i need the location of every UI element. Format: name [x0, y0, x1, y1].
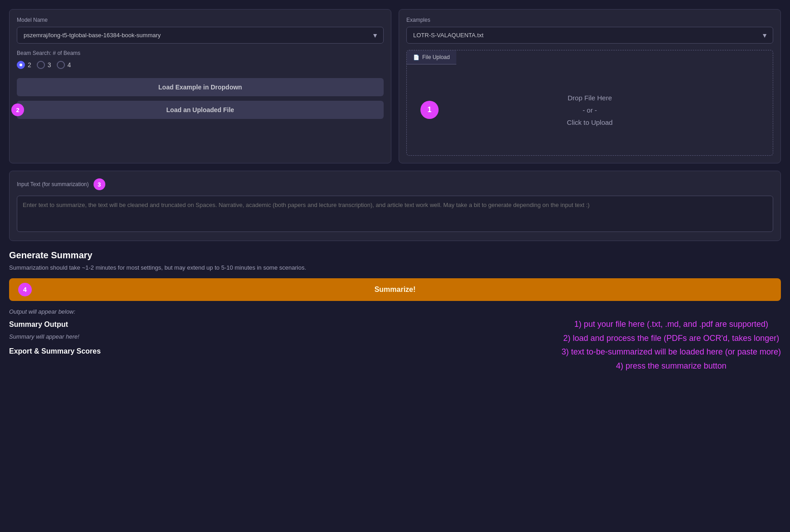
annotation-block: 1) put your file here (.txt, .md, and .p…: [562, 317, 781, 373]
file-upload-tab-label: File Upload: [422, 54, 450, 60]
model-name-label: Model Name: [17, 17, 384, 23]
beam-option-3[interactable]: 3: [37, 61, 51, 69]
file-upload-tab: 📄 File Upload: [407, 50, 456, 64]
examples-select[interactable]: LOTR-S-VALAQUENTA.txt: [406, 27, 773, 44]
radio-3[interactable]: [37, 61, 45, 69]
radio-4[interactable]: [57, 61, 65, 69]
beam-option-2[interactable]: 2: [17, 61, 31, 69]
radio-2[interactable]: [17, 61, 25, 69]
input-label: Input Text (for summarization): [17, 181, 89, 187]
summarize-badge: 4: [18, 283, 32, 296]
beam-options-group: 2 3 4: [17, 61, 384, 69]
summarize-label: Summarize!: [375, 286, 416, 293]
drop-text: Drop File Here - or - Click to Upload: [567, 92, 613, 128]
beam-label-3: 3: [48, 61, 51, 69]
load-file-badge: 2: [11, 103, 24, 116]
drop-text-line3: Click to Upload: [567, 116, 613, 128]
summarize-button[interactable]: 4 Summarize!: [9, 278, 781, 301]
file-drop-zone[interactable]: 1 Drop File Here - or - Click to Upload: [407, 64, 773, 155]
summary-output-title: Summary Output: [9, 320, 362, 329]
input-section: Input Text (for summarization) 3: [9, 171, 781, 241]
generate-subtitle: Summarization should take ~1-2 minutes f…: [9, 264, 781, 271]
input-textarea[interactable]: [17, 196, 773, 232]
right-panel: Examples LOTR-S-VALAQUENTA.txt ▼ 📄 File …: [399, 9, 781, 163]
annotation-line4: 4) press the summarize button: [562, 359, 781, 373]
load-file-label: Load an Uploaded File: [166, 106, 234, 113]
annotation-line3: 3) text to-be-summarized will be loaded …: [562, 345, 781, 359]
load-example-button[interactable]: Load Example in Dropdown: [17, 78, 384, 96]
beam-label-4: 4: [68, 61, 71, 69]
model-select-wrapper[interactable]: pszemraj/long-t5-tglobal-base-16384-book…: [17, 27, 384, 44]
input-header: Input Text (for summarization) 3: [17, 178, 773, 190]
input-badge: 3: [94, 178, 105, 190]
drop-text-line2: - or -: [567, 104, 613, 116]
generate-section: Generate Summary Summarization should ta…: [9, 250, 781, 373]
annotation-line1: 1) put your file here (.txt, .md, and .p…: [562, 317, 781, 331]
file-icon: 📄: [413, 54, 420, 60]
left-panel: Model Name pszemraj/long-t5-tglobal-base…: [9, 9, 391, 163]
examples-label: Examples: [406, 17, 773, 23]
load-file-button[interactable]: 2 Load an Uploaded File: [17, 101, 384, 119]
drop-text-line1: Drop File Here: [567, 92, 613, 104]
model-select[interactable]: pszemraj/long-t5-tglobal-base-16384-book…: [17, 27, 384, 44]
annotation-line2: 2) load and process the file (PDFs are O…: [562, 331, 781, 345]
beam-label-2: 2: [28, 61, 31, 69]
output-label: Output will appear below:: [9, 308, 362, 315]
beam-option-4[interactable]: 4: [57, 61, 71, 69]
examples-select-wrapper[interactable]: LOTR-S-VALAQUENTA.txt ▼: [406, 27, 773, 44]
export-title: Export & Summary Scores: [9, 347, 362, 355]
beam-label: Beam Search: # of Beams: [17, 50, 384, 56]
file-upload-area[interactable]: 📄 File Upload 1 Drop File Here - or - Cl…: [406, 50, 773, 156]
summary-placeholder: Summary will appear here!: [9, 333, 362, 340]
generate-title: Generate Summary: [9, 250, 781, 261]
upload-badge: 1: [420, 101, 439, 119]
